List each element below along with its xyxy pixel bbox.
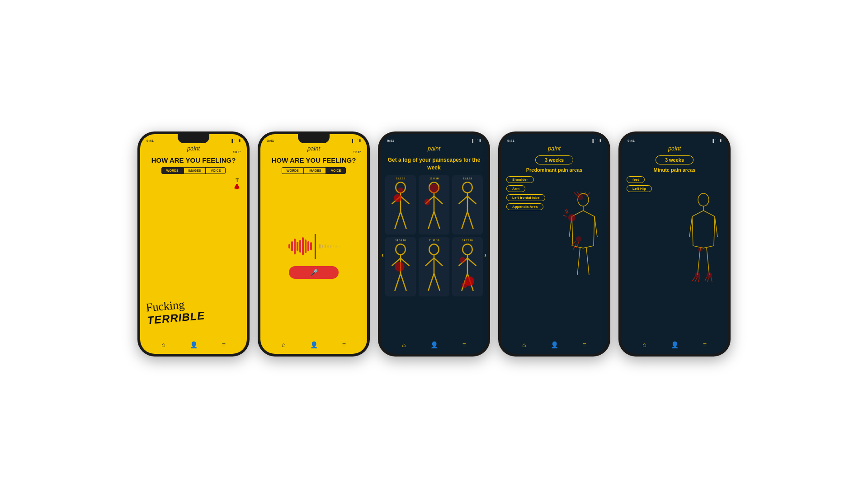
- pain-tags-5: feet Left Hip: [627, 176, 722, 192]
- svg-point-51: [576, 236, 581, 242]
- tab-words-1[interactable]: WORDS: [161, 167, 184, 174]
- svg-line-33: [428, 273, 434, 291]
- phones-container: 9:41 ▐ ⌒ ▮ paint SKIP HOW ARE YOU FEELIN…: [119, 113, 749, 375]
- drawing-area-1[interactable]: T FuckingTERRIBLE: [140, 174, 247, 338]
- painscape-date-3: 11.9.18: [463, 177, 472, 180]
- svg-line-46: [569, 223, 571, 237]
- painscape-card-4[interactable]: 11.10.18: [385, 237, 416, 296]
- painscape-card-3[interactable]: 11.9.18: [452, 175, 483, 235]
- wifi-icon-1: ⌒: [234, 138, 237, 143]
- home-icon-3[interactable]: ⌂: [402, 341, 406, 348]
- painscape-date-6: 11.12.18: [462, 239, 472, 242]
- phone-4: 9:41 ▐ ⌒ ▮ paint 3 weeks Predominant pai…: [498, 131, 610, 357]
- painscape-card-2[interactable]: 11.8.18: [419, 175, 449, 235]
- svg-line-48: [577, 248, 580, 275]
- profile-icon-5[interactable]: 👤: [671, 341, 679, 348]
- svg-line-56: [716, 223, 717, 237]
- svg-line-12: [428, 211, 434, 229]
- battery-icon-3: ▮: [479, 139, 481, 142]
- svg-point-28: [395, 262, 404, 272]
- pain-tag-frontal[interactable]: Left frontal lobe: [506, 194, 545, 201]
- skip-button-1[interactable]: SKIP: [233, 150, 241, 154]
- pain-tag-arm[interactable]: Arm: [506, 185, 525, 192]
- menu-icon-4[interactable]: ≡: [583, 341, 586, 348]
- battery-icon-5: ▮: [720, 139, 722, 142]
- waveform-area: 🎤: [260, 174, 367, 338]
- body-figure-5: [420, 243, 448, 296]
- status-icons-1: ▐ ⌒ ▮: [231, 138, 241, 143]
- home-icon-4[interactable]: ⌂: [522, 341, 526, 348]
- svg-line-19: [467, 196, 476, 204]
- pain-tag-feet[interactable]: feet: [627, 176, 645, 183]
- pain-tags-4: Shoulder Arm Left frontal lobe Appendix …: [506, 176, 602, 210]
- menu-icon-3[interactable]: ≡: [462, 341, 466, 348]
- mic-button[interactable]: 🎤: [289, 266, 339, 279]
- svg-line-26: [395, 273, 401, 291]
- tabs-1: WORDS IMAGES VOICE: [140, 167, 247, 174]
- profile-icon-3[interactable]: 👤: [430, 341, 438, 348]
- svg-point-50: [568, 214, 576, 221]
- svg-point-61: [698, 247, 703, 252]
- painscape-card-6[interactable]: 11.12.18: [452, 237, 483, 296]
- bottom-nav-3: ⌂ 👤 ≡: [381, 338, 487, 354]
- svg-line-4: [395, 211, 401, 229]
- status-icons-5: ▐ ⌒ ▮: [712, 138, 722, 143]
- svg-line-21: [467, 211, 473, 229]
- home-icon-1[interactable]: ⌂: [161, 341, 165, 348]
- text-tool-icon[interactable]: T: [236, 178, 239, 183]
- signal-icon-3: ▐: [471, 139, 473, 142]
- menu-icon-1[interactable]: ≡: [222, 341, 226, 348]
- home-icon-2[interactable]: ⌂: [282, 341, 285, 348]
- svg-line-49: [586, 248, 589, 275]
- painscape-card-5[interactable]: 11.11.18: [419, 237, 449, 296]
- pain-areas-content-4: 3 weeks Predominant pain areas Shoulder …: [501, 154, 608, 338]
- svg-point-22: [396, 244, 405, 254]
- svg-line-34: [434, 273, 440, 291]
- next-arrow[interactable]: ›: [484, 251, 486, 258]
- svg-point-60: [707, 272, 712, 278]
- tab-voice-2[interactable]: VOICE: [326, 167, 346, 174]
- tab-images-2[interactable]: IMAGES: [304, 167, 326, 174]
- svg-point-53: [698, 193, 709, 206]
- bottom-nav-4: ⌂ 👤 ≡: [501, 338, 608, 354]
- profile-icon-1[interactable]: 👤: [190, 341, 198, 348]
- home-icon-5[interactable]: ⌂: [642, 341, 646, 348]
- notch-5: [659, 134, 690, 143]
- main-heading-1: HOW ARE YOU FEELING?: [140, 154, 247, 167]
- wave-bar: [302, 237, 304, 255]
- app-title-2: paint: [260, 144, 367, 154]
- wave-bar: [291, 241, 293, 251]
- pain-tag-left-hip[interactable]: Left Hip: [627, 185, 652, 192]
- signal-icon-5: ▐: [712, 139, 714, 142]
- wave-bar: [299, 240, 301, 253]
- pain-tag-appendix[interactable]: Appendix Area: [506, 203, 543, 210]
- phone-5: 9:41 ▐ ⌒ ▮ paint 3 weeks Minute pain are…: [618, 131, 731, 357]
- svg-line-55: [689, 223, 691, 237]
- cursor-line: [315, 234, 316, 259]
- wave-dots: [319, 244, 340, 249]
- svg-point-59: [695, 272, 700, 278]
- menu-icon-5[interactable]: ≡: [703, 341, 707, 348]
- tab-voice-1[interactable]: VOICE: [206, 167, 226, 174]
- painscape-card-1[interactable]: 11.7.18: [385, 175, 416, 235]
- tab-words-2[interactable]: WORDS: [282, 167, 304, 174]
- pain-areas-content-5: 3 weeks Minute pain areas feet Left Hip: [621, 154, 728, 338]
- prev-arrow[interactable]: ‹: [382, 251, 384, 258]
- menu-icon-2[interactable]: ≡: [342, 341, 346, 348]
- body-figure-1: [386, 181, 415, 234]
- svg-line-32: [434, 258, 443, 266]
- wifi-icon-4: ⌒: [595, 138, 598, 143]
- tabs-2: WORDS IMAGES VOICE: [260, 167, 367, 174]
- tab-images-1[interactable]: IMAGES: [184, 167, 206, 174]
- profile-icon-4[interactable]: 👤: [551, 341, 558, 348]
- signal-icon-4: ▐: [591, 139, 594, 142]
- skip-button-2[interactable]: SKIP: [354, 150, 361, 154]
- painscape-date-1: 11.7.18: [396, 177, 405, 180]
- body-figure-6: [453, 243, 482, 296]
- main-heading-2: HOW ARE YOU FEELING?: [260, 154, 367, 167]
- profile-icon-2[interactable]: 👤: [310, 341, 318, 348]
- pain-tag-shoulder[interactable]: Shoulder: [506, 176, 534, 183]
- svg-point-43: [460, 257, 466, 263]
- status-time-1: 9:41: [146, 139, 154, 143]
- pen-tool-icon[interactable]: [234, 184, 240, 189]
